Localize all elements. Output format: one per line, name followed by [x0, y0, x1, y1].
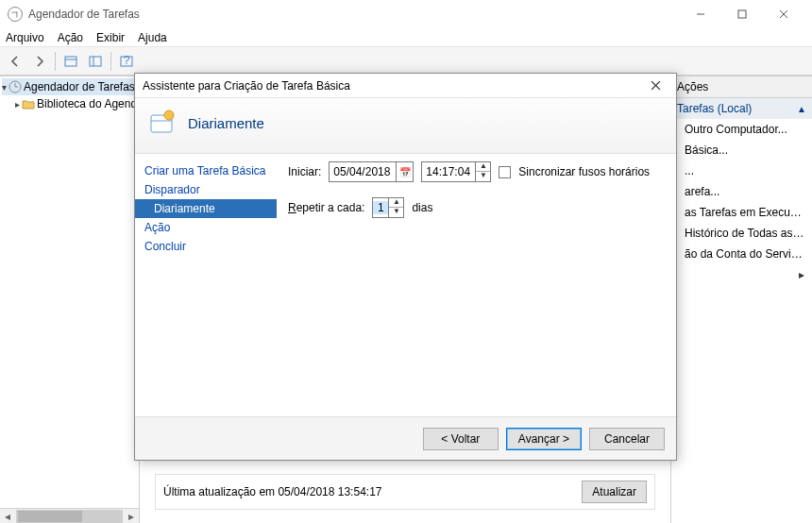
- tree-panel: ▾ Agendador de Tarefas (Local) ▸ Bibliot…: [0, 76, 140, 523]
- actions-group-header[interactable]: Tarefas (Local) ▲: [671, 98, 812, 119]
- nav-create-task[interactable]: Criar uma Tarefa Básica: [135, 161, 277, 180]
- days-label: dias: [412, 201, 432, 214]
- next-button[interactable]: Avançar >: [506, 428, 582, 450]
- dialog-footer: < Voltar Avançar > Cancelar: [135, 416, 676, 460]
- action-history[interactable]: Histórico de Todas as Taref...: [671, 223, 812, 244]
- action-at-account[interactable]: ão da Conta do Serviço AT: [671, 244, 812, 264]
- repeat-label: RRepetir a cada:epetir a cada:: [288, 201, 364, 214]
- svg-point-17: [164, 110, 174, 120]
- folder-icon: [22, 97, 35, 110]
- nav-back-button[interactable]: [4, 50, 26, 73]
- action-item[interactable]: ...: [671, 160, 812, 181]
- action-connect-computer[interactable]: Outro Computador...: [671, 119, 812, 140]
- minimize-button[interactable]: [680, 1, 721, 27]
- svg-rect-1: [738, 10, 746, 18]
- spin-down-icon[interactable]: ▼: [476, 172, 490, 181]
- sync-timezone-checkbox[interactable]: [499, 166, 511, 178]
- repeat-field[interactable]: [373, 201, 388, 214]
- expand-icon[interactable]: ▸: [15, 99, 20, 110]
- maximize-button[interactable]: [721, 1, 763, 27]
- wizard-icon: [148, 110, 177, 136]
- collapse-icon[interactable]: ▲: [797, 104, 806, 114]
- app-icon: [8, 7, 23, 22]
- start-date-input[interactable]: 📅: [329, 161, 414, 182]
- toolbar-button-2[interactable]: [84, 50, 107, 73]
- dialog-header: Diariamente: [135, 98, 676, 154]
- actions-panel-title: Ações: [671, 76, 812, 98]
- menu-file[interactable]: Arquivo: [6, 31, 44, 44]
- menu-view[interactable]: Exibir: [96, 31, 125, 44]
- dialog-titlebar: Assistente para Criação de Tarefa Básica: [135, 74, 676, 98]
- toolbar: ?: [0, 47, 812, 76]
- action-import-task[interactable]: arefa...: [671, 181, 812, 202]
- start-time-input[interactable]: ▲▼: [421, 161, 491, 182]
- nav-finish[interactable]: Concluir: [135, 237, 277, 256]
- menu-action[interactable]: Ação: [58, 31, 83, 44]
- calendar-dropdown-icon[interactable]: 📅: [396, 162, 413, 181]
- spin-down-icon[interactable]: ▼: [389, 208, 403, 217]
- tree-child-label: Biblioteca do Agendador: [37, 97, 137, 110]
- scroll-thumb[interactable]: [16, 510, 123, 523]
- tree-root-label: Agendador de Tarefas (Local): [24, 80, 137, 93]
- svg-rect-6: [90, 57, 101, 66]
- repeat-spinner[interactable]: ▲▼: [388, 198, 403, 217]
- wizard-dialog: Assistente para Criação de Tarefa Básica…: [134, 73, 677, 461]
- scroll-left-icon[interactable]: ◂: [0, 509, 15, 524]
- scheduler-icon: [8, 80, 22, 93]
- nav-daily[interactable]: Diariamente: [135, 199, 277, 218]
- start-label: Iniciar:: [288, 165, 321, 178]
- action-create-basic[interactable]: Básica...: [671, 140, 812, 160]
- repeat-days-input[interactable]: ▲▼: [372, 197, 404, 218]
- wizard-nav: Criar uma Tarefa Básica Disparador Diari…: [135, 154, 277, 416]
- dialog-heading: Diariamente: [188, 115, 264, 131]
- expand-icon[interactable]: ▾: [2, 82, 7, 93]
- time-spinner[interactable]: ▲▼: [475, 162, 490, 181]
- toolbar-separator: [110, 52, 111, 71]
- svg-rect-4: [65, 57, 76, 66]
- back-button[interactable]: < Voltar: [423, 428, 499, 450]
- time-field[interactable]: [422, 165, 475, 178]
- tree-hscrollbar[interactable]: ◂ ▸: [0, 508, 139, 523]
- menubar: Arquivo Ação Exibir Ajuda: [0, 28, 812, 47]
- toolbar-help-button[interactable]: ?: [115, 50, 138, 73]
- window-title: Agendador de Tarefas: [28, 8, 680, 21]
- toolbar-button-1[interactable]: [59, 50, 82, 73]
- menu-help[interactable]: Ajuda: [138, 31, 167, 44]
- tree-child[interactable]: ▸ Biblioteca do Agendador: [2, 95, 137, 112]
- last-update-text: Última atualização em 05/04/2018 13:54:1…: [163, 485, 572, 498]
- close-button[interactable]: [763, 1, 804, 27]
- actions-group-title: Tarefas (Local): [677, 102, 752, 115]
- dialog-title: Assistente para Criação de Tarefa Básica: [143, 79, 642, 93]
- action-running-tasks[interactable]: as Tarefas em Execução: [671, 202, 812, 223]
- nav-forward-button[interactable]: [28, 50, 51, 73]
- date-field[interactable]: [330, 165, 396, 178]
- sync-timezone-label: Sincronizar fusos horários: [518, 165, 650, 178]
- actions-more-arrow[interactable]: ▸: [671, 264, 812, 285]
- refresh-button[interactable]: Atualizar: [582, 481, 647, 503]
- nav-trigger[interactable]: Disparador: [135, 180, 277, 199]
- cancel-button[interactable]: Cancelar: [589, 428, 665, 450]
- dialog-close-button[interactable]: [642, 75, 668, 97]
- scroll-right-icon[interactable]: ▸: [124, 509, 139, 524]
- wizard-content: Iniciar: 📅 ▲▼ Sincronizar fusos horários…: [277, 154, 676, 416]
- window-titlebar: Agendador de Tarefas: [0, 0, 812, 28]
- toolbar-separator: [55, 52, 56, 71]
- tree-root[interactable]: ▾ Agendador de Tarefas (Local): [2, 78, 137, 95]
- svg-text:?: ?: [124, 55, 130, 67]
- actions-panel: Ações Tarefas (Local) ▲ Outro Computador…: [670, 76, 812, 523]
- dialog-body: Criar uma Tarefa Básica Disparador Diari…: [135, 154, 676, 416]
- window-controls: [680, 1, 804, 27]
- nav-action[interactable]: Ação: [135, 218, 277, 237]
- status-box: Última atualização em 05/04/2018 13:54:1…: [155, 474, 655, 510]
